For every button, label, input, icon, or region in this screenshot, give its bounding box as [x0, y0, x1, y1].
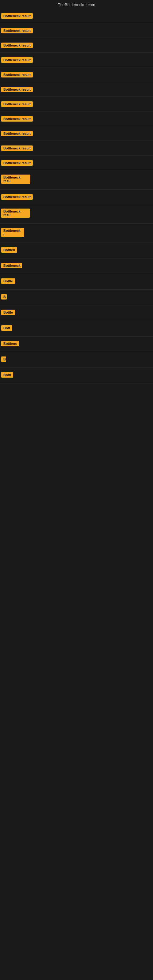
result-row-15: Bottleneck r	[0, 224, 153, 243]
result-row-24: Bottl	[0, 368, 153, 383]
result-row-13: Bottleneck result	[0, 189, 153, 204]
result-row-8: Bottleneck result	[0, 111, 153, 126]
result-row-3: Bottleneck result	[0, 38, 153, 52]
result-row-7: Bottleneck result	[0, 97, 153, 111]
result-row-16: Bottlen	[0, 243, 153, 258]
result-row-2: Bottleneck result	[0, 23, 153, 38]
bottleneck-badge-3[interactable]: Bottleneck result	[1, 43, 33, 48]
bottleneck-badge-19[interactable]: B	[1, 294, 7, 299]
bottleneck-badge-2[interactable]: Bottleneck result	[1, 28, 33, 33]
bottleneck-badge-20[interactable]: Bottle	[1, 310, 15, 315]
result-row-9: Bottleneck result	[0, 126, 153, 141]
result-row-18: Bottle	[0, 274, 153, 290]
result-row-4: Bottleneck result	[0, 52, 153, 67]
bottleneck-badge-18[interactable]: Bottle	[1, 278, 15, 284]
result-row-20: Bottle	[0, 305, 153, 321]
bottleneck-badge-24[interactable]: Bottl	[1, 372, 13, 378]
result-row-14: Bottleneck resu	[0, 204, 153, 224]
bottleneck-badge-21[interactable]: Bott	[1, 325, 12, 331]
bottleneck-badge-9[interactable]: Bottleneck result	[1, 131, 33, 136]
bottleneck-badge-7[interactable]: Bottleneck result	[1, 101, 33, 107]
page-wrapper: TheBottlenecker.com Bottleneck result Bo…	[0, 0, 153, 980]
bottleneck-badge-5[interactable]: Bottleneck result	[1, 72, 33, 78]
bottleneck-badge-15[interactable]: Bottleneck r	[1, 228, 24, 237]
bottleneck-badge-4[interactable]: Bottleneck result	[1, 57, 33, 63]
result-row-11: Bottleneck result	[0, 156, 153, 170]
result-row-21: Bott	[0, 321, 153, 337]
site-title: TheBottlenecker.com	[58, 2, 95, 7]
bottleneck-badge-6[interactable]: Bottleneck result	[1, 87, 33, 92]
site-header: TheBottlenecker.com	[0, 0, 153, 9]
result-row-22: Bottlens	[0, 337, 153, 352]
result-row-12: Bottleneck resu	[0, 170, 153, 189]
result-row-19: B	[0, 290, 153, 305]
result-row-1: Bottleneck result	[0, 9, 153, 23]
result-row-5: Bottleneck result	[0, 67, 153, 82]
bottleneck-badge-14[interactable]: Bottleneck resu	[1, 208, 30, 218]
result-row-6: Bottleneck result	[0, 82, 153, 97]
bottleneck-badge-23[interactable]: B	[1, 356, 6, 362]
bottleneck-badge-10[interactable]: Bottleneck result	[1, 145, 33, 151]
result-row-10: Bottleneck result	[0, 141, 153, 156]
bottleneck-badge-12[interactable]: Bottleneck resu	[1, 175, 30, 184]
bottleneck-badge-1[interactable]: Bottleneck result	[1, 13, 33, 19]
bottleneck-badge-13[interactable]: Bottleneck result	[1, 194, 33, 200]
bottleneck-badge-11[interactable]: Bottleneck result	[1, 160, 33, 166]
result-row-17: Bottleneck	[0, 258, 153, 274]
bottleneck-badge-8[interactable]: Bottleneck result	[1, 116, 33, 122]
results-list: Bottleneck result Bottleneck result Bott…	[0, 9, 153, 383]
bottleneck-badge-17[interactable]: Bottleneck	[1, 263, 22, 268]
bottleneck-badge-22[interactable]: Bottlens	[1, 341, 19, 346]
bottleneck-badge-16[interactable]: Bottlen	[1, 247, 17, 253]
result-row-23: B	[0, 352, 153, 368]
